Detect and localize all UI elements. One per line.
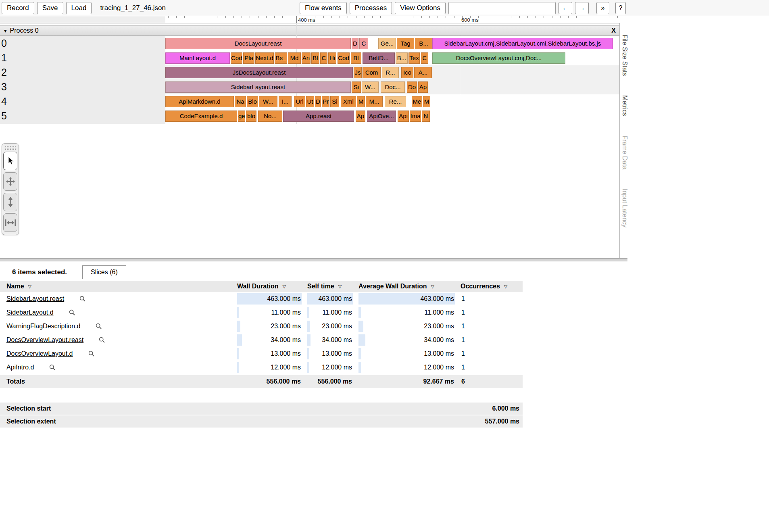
timeline-slice[interactable]: SidebarLayout.cmj,SidebarLayout.cmi,Side…: [432, 38, 613, 49]
slice-name-link[interactable]: SidebarLayout.reast: [6, 295, 64, 303]
timeline-slice[interactable]: Pla: [243, 52, 254, 64]
slice-name-link[interactable]: DocsOverviewLayout.reast: [6, 336, 83, 344]
timeline-slice[interactable]: An: [302, 52, 311, 64]
timeline-slice[interactable]: R...: [382, 67, 399, 78]
timeline-slice[interactable]: D: [315, 96, 321, 107]
slice-name-link[interactable]: DocsOverviewLayout.d: [6, 350, 73, 357]
timeline-slice[interactable]: Ge...: [378, 38, 396, 49]
help-button[interactable]: ?: [615, 2, 626, 14]
timeline-slice[interactable]: M...: [366, 96, 383, 107]
timeline-slice[interactable]: Tag: [397, 38, 414, 49]
timeline-slice[interactable]: Pr: [322, 96, 329, 107]
timeline-slice[interactable]: Si: [330, 96, 339, 107]
timeline-slice[interactable]: Com: [363, 67, 381, 78]
column-header-average-wall-duration[interactable]: Average Wall Duration ▽: [358, 283, 455, 290]
timeline-slice[interactable]: Ap: [418, 81, 428, 93]
process-header[interactable]: ▾ Process 0 X: [0, 25, 620, 36]
timeline-slice[interactable]: C: [320, 52, 327, 64]
more-options-button[interactable]: »: [596, 2, 609, 14]
timing-tool-button[interactable]: [3, 213, 17, 232]
find-input[interactable]: [448, 2, 556, 14]
timeline-slice[interactable]: Do: [407, 81, 417, 93]
timeline-slice[interactable]: ge: [238, 111, 245, 122]
zoom-tool-button[interactable]: [3, 193, 17, 211]
magnifier-icon[interactable]: [79, 296, 86, 302]
flow-events-button[interactable]: Flow events: [300, 2, 347, 14]
timeline-slice[interactable]: Me: [412, 96, 422, 107]
magnifier-icon[interactable]: [99, 337, 105, 343]
slice-name-link[interactable]: SidebarLayout.d: [6, 309, 54, 316]
timeline-slice[interactable]: A...: [414, 67, 432, 78]
sort-down-icon[interactable]: ▽: [283, 284, 286, 289]
timeline-slice[interactable]: CodeExample.d: [165, 111, 237, 122]
timeline-slice[interactable]: Ap: [356, 111, 365, 122]
timeline-slice[interactable]: Md: [288, 52, 301, 64]
timeline-slice[interactable]: M: [423, 96, 430, 107]
slices-tab[interactable]: Slices (6): [82, 265, 126, 279]
magnifier-icon[interactable]: [96, 323, 102, 330]
timeline-slice[interactable]: Ut: [306, 96, 314, 107]
timeline-slice[interactable]: N: [422, 111, 430, 122]
magnifier-icon[interactable]: [88, 350, 95, 357]
timeline-slice[interactable]: Bs_: [275, 52, 287, 64]
timeline-slice[interactable]: C: [359, 38, 368, 49]
timeline-slice[interactable]: DocsOverviewLayout.cmj,Doc...: [432, 52, 565, 64]
timeline-slice[interactable]: D: [352, 38, 358, 49]
timeline-slice[interactable]: Tex: [408, 52, 420, 64]
close-process-button[interactable]: X: [611, 27, 616, 34]
timeline-slice[interactable]: Doc...: [381, 81, 405, 93]
sort-down-icon[interactable]: ▽: [431, 284, 434, 289]
timeline-slice[interactable]: Cod: [231, 52, 242, 64]
pan-tool-button[interactable]: [3, 172, 17, 191]
collapse-icon[interactable]: ▾: [4, 28, 7, 34]
processes-button[interactable]: Processes: [350, 2, 392, 14]
record-button[interactable]: Record: [2, 2, 34, 14]
timeline-slice[interactable]: Blo: [247, 96, 258, 107]
timeline-slice[interactable]: Hi: [328, 52, 336, 64]
sort-down-icon[interactable]: ▽: [338, 284, 342, 289]
palette-drag-handle[interactable]: [5, 146, 16, 150]
timeline-slice[interactable]: W...: [362, 81, 379, 93]
timeline-slice[interactable]: Url: [294, 96, 305, 107]
timeline-slice[interactable]: Ico: [401, 67, 413, 78]
timeline-slice[interactable]: SidebarLayout.reast: [165, 81, 351, 93]
side-tab-input-latency[interactable]: Input Latency: [621, 189, 628, 227]
timeline-slice[interactable]: Api: [398, 111, 409, 122]
magnifier-icon[interactable]: [69, 309, 75, 316]
slice-name-link[interactable]: WarningFlagDescription.d: [6, 323, 80, 330]
side-tab-file-size-stats[interactable]: File Size Stats: [621, 35, 628, 76]
column-header-name[interactable]: Name ▽: [0, 283, 237, 290]
selection-tool-button[interactable]: [3, 152, 17, 170]
side-tab-frame-data[interactable]: Frame Data: [621, 136, 628, 169]
sort-down-icon[interactable]: ▽: [28, 284, 31, 289]
timeline-slice[interactable]: blo: [246, 111, 256, 122]
column-header-self-time[interactable]: Self time ▽: [307, 283, 353, 290]
timeline-slice[interactable]: C: [421, 52, 428, 64]
timeline-slice[interactable]: No...: [258, 111, 282, 122]
magnifier-icon[interactable]: [49, 364, 56, 371]
timeline-slice[interactable]: Next.d: [255, 52, 274, 64]
timeline-slice[interactable]: Cod: [338, 52, 350, 64]
timeline-slice[interactable]: DocsLayout.reast: [165, 38, 351, 49]
timeline-slice[interactable]: ApiMarkdown.d: [165, 96, 234, 107]
side-tab-metrics[interactable]: Metrics: [621, 95, 628, 116]
view-options-button[interactable]: View Options: [395, 2, 446, 14]
timeline-slice[interactable]: Si: [352, 81, 361, 93]
timeline-slice[interactable]: Js: [354, 67, 362, 78]
timeline-slice[interactable]: Bl: [351, 52, 361, 64]
save-button[interactable]: Save: [37, 2, 63, 14]
panel-splitter[interactable]: [0, 258, 627, 261]
timeline-slice[interactable]: W...: [259, 96, 277, 107]
timeline-slice[interactable]: B...: [396, 52, 408, 64]
sort-down-icon[interactable]: ▽: [504, 284, 507, 289]
timeline-slice[interactable]: Xml: [341, 96, 356, 107]
timeline-slice[interactable]: Bl: [311, 52, 319, 64]
timeline-slice[interactable]: Ima: [410, 111, 421, 122]
timeline-slice[interactable]: ApiOve...: [367, 111, 396, 122]
timeline-slice[interactable]: B...: [415, 38, 432, 49]
find-next-button[interactable]: →: [575, 2, 589, 14]
timeline-slice[interactable]: BeltD...: [363, 52, 395, 64]
column-header-occurrences[interactable]: Occurrences ▽: [461, 283, 523, 290]
load-button[interactable]: Load: [66, 2, 92, 14]
column-header-wall-duration[interactable]: Wall Duration ▽: [237, 283, 302, 290]
